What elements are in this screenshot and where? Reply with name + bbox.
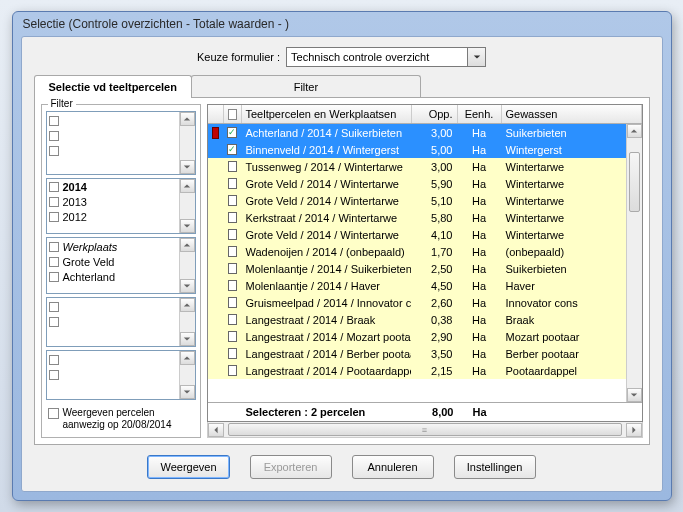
scrollbar[interactable] bbox=[179, 238, 195, 293]
scroll-down-icon[interactable] bbox=[627, 388, 642, 402]
footer-opp: 8,00 bbox=[412, 406, 458, 418]
table-row[interactable]: Gruismeelpad / 2014 / Innovator cons2,60… bbox=[208, 294, 642, 311]
scroll-left-icon[interactable] bbox=[208, 423, 224, 437]
table-row[interactable]: Grote Veld / 2014 / Wintertarwe5,90HaWin… bbox=[208, 175, 642, 192]
table-row[interactable]: Langestraat / 2014 / Berber pootaar3,50H… bbox=[208, 345, 642, 362]
tab-bar: Selectie vd teeltpercelen Filter bbox=[34, 75, 650, 98]
table-row[interactable]: Molenlaantje / 2014 / Suikerbieten2,50Ha… bbox=[208, 260, 642, 277]
cell-eenh: Ha bbox=[458, 229, 502, 241]
row-checkbox[interactable] bbox=[228, 314, 237, 325]
tab-filter[interactable]: Filter bbox=[191, 75, 421, 98]
scrollbar[interactable] bbox=[179, 298, 195, 346]
data-grid: Teeltpercelen en Werkplaatsen Opp. Eenh.… bbox=[207, 104, 643, 422]
horizontal-scrollbar[interactable]: ≡ bbox=[207, 422, 643, 438]
form-selector-combo[interactable]: Technisch controle overzicht bbox=[286, 47, 486, 67]
cell-gew: Braak bbox=[502, 314, 642, 326]
export-button[interactable]: Exporteren bbox=[250, 455, 332, 479]
checkbox-icon[interactable] bbox=[49, 242, 59, 252]
col-gew[interactable]: Gewassen bbox=[502, 105, 642, 123]
checkbox-icon[interactable] bbox=[49, 131, 59, 141]
settings-button[interactable]: Instellingen bbox=[454, 455, 536, 479]
cell-gew: Wintertarwe bbox=[502, 229, 642, 241]
col-eenh[interactable]: Eenh. bbox=[458, 105, 502, 123]
row-checkbox[interactable] bbox=[228, 246, 237, 257]
table-row[interactable]: Tussenweg / 2014 / Wintertarwe3,00HaWint… bbox=[208, 158, 642, 175]
table-row[interactable]: Langestraat / 2014 / Mozart pootaar2,90H… bbox=[208, 328, 642, 345]
cell-gew: Mozart pootaar bbox=[502, 331, 642, 343]
table-row[interactable]: Molenlaantje / 2014 / Haver4,50HaHaver bbox=[208, 277, 642, 294]
checkbox-icon[interactable] bbox=[49, 212, 59, 222]
list-item: 2014 bbox=[63, 181, 87, 193]
cell-gew: Wintergerst bbox=[502, 144, 642, 156]
table-row[interactable]: Langestraat / 2014 / Braak0,38HaBraak bbox=[208, 311, 642, 328]
row-checkbox[interactable] bbox=[228, 229, 237, 240]
row-marker-icon bbox=[212, 127, 219, 139]
checkbox-icon[interactable] bbox=[49, 272, 59, 282]
row-checkbox[interactable] bbox=[228, 212, 237, 223]
scroll-right-icon[interactable] bbox=[626, 423, 642, 437]
row-checkbox[interactable] bbox=[228, 195, 237, 206]
show-present-checkbox[interactable]: Weergeven percelen aanwezig op 20/08/201… bbox=[46, 403, 196, 433]
row-checkbox[interactable]: ✓ bbox=[227, 144, 237, 155]
vertical-scrollbar[interactable] bbox=[626, 124, 642, 402]
col-checkbox[interactable] bbox=[224, 105, 242, 123]
checkbox-icon[interactable] bbox=[49, 197, 59, 207]
cell-name: Wadenoijen / 2014 / (onbepaald) bbox=[242, 246, 412, 258]
cell-eenh: Ha bbox=[458, 331, 502, 343]
table-row[interactable]: Langestraat / 2014 / Pootaardappel2,15Ha… bbox=[208, 362, 642, 379]
cell-gew: Haver bbox=[502, 280, 642, 292]
cell-name: Kerkstraat / 2014 / Wintertarwe bbox=[242, 212, 412, 224]
scroll-up-icon[interactable] bbox=[627, 124, 642, 138]
col-name[interactable]: Teeltpercelen en Werkplaatsen bbox=[242, 105, 412, 123]
filter-list-years[interactable]: 2014 2013 2012 bbox=[46, 178, 196, 235]
tab-selection[interactable]: Selectie vd teeltpercelen bbox=[34, 75, 192, 98]
scrollbar[interactable] bbox=[179, 351, 195, 399]
row-checkbox[interactable] bbox=[228, 280, 237, 291]
checkbox-icon[interactable] bbox=[49, 257, 59, 267]
table-row[interactable]: Kerkstraat / 2014 / Wintertarwe5,80HaWin… bbox=[208, 209, 642, 226]
row-checkbox[interactable]: ✓ bbox=[227, 127, 237, 138]
table-row[interactable]: ✓Binnenveld / 2014 / Wintergerst5,00HaWi… bbox=[208, 141, 642, 158]
table-row[interactable]: Grote Veld / 2014 / Wintertarwe4,10HaWin… bbox=[208, 226, 642, 243]
chevron-down-icon[interactable] bbox=[467, 48, 485, 66]
checkbox-icon[interactable] bbox=[49, 146, 59, 156]
scrollbar[interactable] bbox=[179, 112, 195, 174]
checkbox-icon[interactable] bbox=[49, 302, 59, 312]
col-marker[interactable] bbox=[208, 105, 224, 123]
scrollbar[interactable] bbox=[179, 179, 195, 234]
filter-list-werkplaats[interactable]: Werkplaats Grote Veld Achterland bbox=[46, 237, 196, 294]
row-checkbox[interactable] bbox=[228, 348, 237, 359]
checkbox-icon[interactable] bbox=[49, 370, 59, 380]
checkbox-icon[interactable] bbox=[49, 182, 59, 192]
cell-gew: Suikerbieten bbox=[502, 263, 642, 275]
row-checkbox[interactable] bbox=[228, 365, 237, 376]
checkbox-icon[interactable] bbox=[49, 355, 59, 365]
scroll-thumb[interactable] bbox=[629, 152, 640, 212]
filter-list-4[interactable] bbox=[46, 297, 196, 347]
scroll-thumb[interactable]: ≡ bbox=[228, 423, 622, 436]
row-checkbox[interactable] bbox=[228, 161, 237, 172]
checkbox-icon[interactable] bbox=[49, 317, 59, 327]
cell-name: Langestraat / 2014 / Mozart pootaar bbox=[242, 331, 412, 343]
list-item: Werkplaats bbox=[63, 241, 118, 253]
table-row[interactable]: ✓Achterland / 2014 / Suikerbieten3,00HaS… bbox=[208, 124, 642, 141]
checkbox-icon[interactable] bbox=[48, 408, 59, 419]
cancel-button[interactable]: Annuleren bbox=[352, 455, 434, 479]
cell-opp: 2,50 bbox=[412, 263, 458, 275]
form-selector-label: Keuze formulier : bbox=[197, 51, 280, 63]
filter-list-1[interactable] bbox=[46, 111, 196, 175]
filter-list-5[interactable] bbox=[46, 350, 196, 400]
dialog-window: Selectie (Controle overzichten - Totale … bbox=[12, 11, 672, 501]
row-checkbox[interactable] bbox=[228, 297, 237, 308]
col-opp[interactable]: Opp. bbox=[412, 105, 458, 123]
row-checkbox[interactable] bbox=[228, 331, 237, 342]
cell-opp: 2,60 bbox=[412, 297, 458, 309]
table-row[interactable]: Grote Veld / 2014 / Wintertarwe5,10HaWin… bbox=[208, 192, 642, 209]
row-checkbox[interactable] bbox=[228, 178, 237, 189]
checkbox-icon[interactable] bbox=[49, 116, 59, 126]
table-row[interactable]: Wadenoijen / 2014 / (onbepaald)1,70Ha(on… bbox=[208, 243, 642, 260]
button-row: Weergeven Exporteren Annuleren Instellin… bbox=[34, 445, 650, 481]
row-checkbox[interactable] bbox=[228, 263, 237, 274]
show-button[interactable]: Weergeven bbox=[147, 455, 229, 479]
grid-header: Teeltpercelen en Werkplaatsen Opp. Eenh.… bbox=[208, 105, 642, 124]
